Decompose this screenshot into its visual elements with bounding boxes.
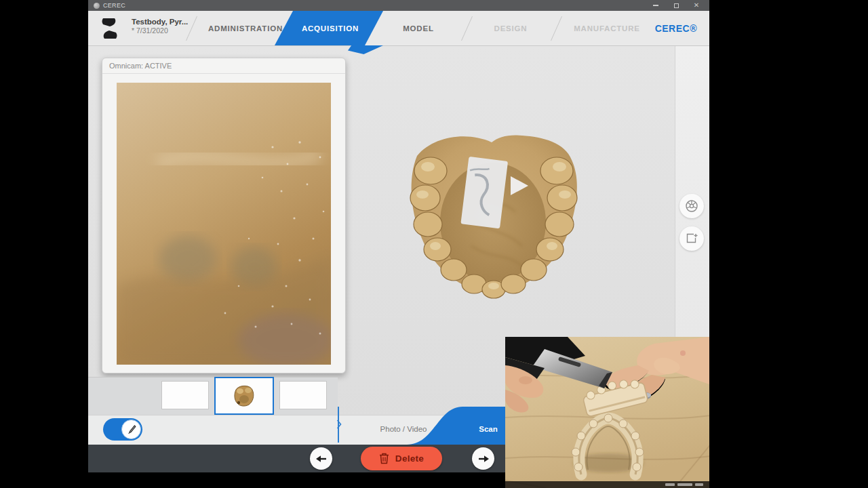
minimize-button[interactable]	[646, 0, 666, 11]
screen: CEREC ✕ Testbody, Pyr... * 7/31/2020 ADM…	[0, 0, 868, 488]
webcam-overlay	[505, 337, 709, 488]
close-icon: ✕	[694, 2, 699, 9]
tab-separator	[461, 16, 473, 41]
minimize-icon	[653, 5, 658, 6]
thumbnail-upper-jaw[interactable]	[214, 377, 274, 415]
arrow-right-icon	[478, 455, 489, 463]
tab-design: DESIGN	[473, 11, 548, 45]
delete-button[interactable]: Delete	[361, 447, 442, 470]
upper-jaw-3d-model[interactable]	[397, 127, 590, 305]
thumbnail-lower-jaw[interactable]	[161, 381, 209, 409]
previous-button[interactable]	[310, 447, 332, 470]
acquisition-workspace: Omnicam: ACTIVE	[88, 46, 709, 377]
tab-separator	[551, 16, 562, 41]
next-button[interactable]	[472, 447, 494, 470]
scanner-toggle[interactable]	[103, 418, 142, 441]
maximize-icon	[674, 3, 679, 8]
add-window-icon	[684, 231, 699, 246]
patient-name: Testbody, Pyr...	[132, 17, 188, 26]
dentsply-sirona-logo-icon	[100, 18, 119, 39]
upper-jaw-thumbnail-image	[231, 383, 258, 409]
expand-chevron-icon[interactable]	[336, 420, 342, 429]
patient-info[interactable]: Testbody, Pyr... * 7/31/2020	[132, 17, 188, 36]
window-titlebar[interactable]: CEREC ✕	[88, 0, 709, 11]
app-icon	[94, 3, 100, 9]
window-title: CEREC	[103, 2, 125, 9]
tab-acquisition[interactable]: ACQUISITION	[283, 11, 378, 45]
scanner-toggle-knob	[121, 420, 141, 439]
omnicam-live-feed	[117, 83, 331, 365]
phase-header: Testbody, Pyr... * 7/31/2020 ADMINISTRAT…	[88, 11, 709, 46]
arrow-left-icon	[316, 455, 327, 463]
thumbnail-buccal[interactable]	[279, 381, 327, 409]
trash-icon	[379, 453, 389, 464]
tab-model[interactable]: MODEL	[381, 11, 456, 45]
tab-manufacture: MANUFACTURE	[563, 11, 651, 45]
omnicam-status: Omnicam: ACTIVE	[102, 58, 345, 74]
missing-scan-patch	[460, 157, 508, 228]
view-wheel-button[interactable]	[679, 194, 704, 218]
delete-label: Delete	[395, 453, 424, 464]
scanner-wand-icon	[126, 424, 137, 435]
add-window-button[interactable]	[679, 226, 704, 251]
close-button[interactable]: ✕	[686, 0, 707, 11]
cerec-brand-logo: CEREC®	[655, 11, 697, 45]
maximize-button[interactable]	[666, 0, 686, 11]
view-wheel-icon	[684, 199, 699, 214]
patient-date: * 7/31/2020	[132, 26, 188, 35]
omnicam-panel: Omnicam: ACTIVE	[102, 58, 346, 373]
